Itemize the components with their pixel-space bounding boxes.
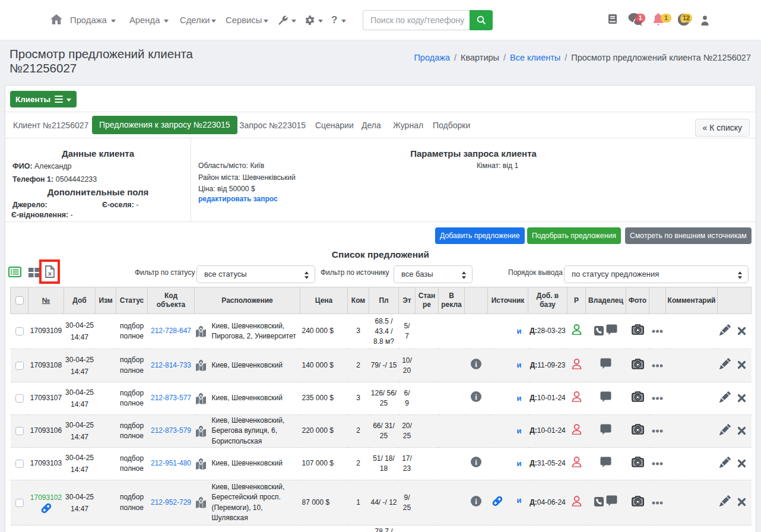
svg-text:i: i [475,393,477,401]
svg-text:i: i [475,497,477,505]
svg-text:i: i [475,458,477,467]
svg-text:i: i [475,360,477,368]
